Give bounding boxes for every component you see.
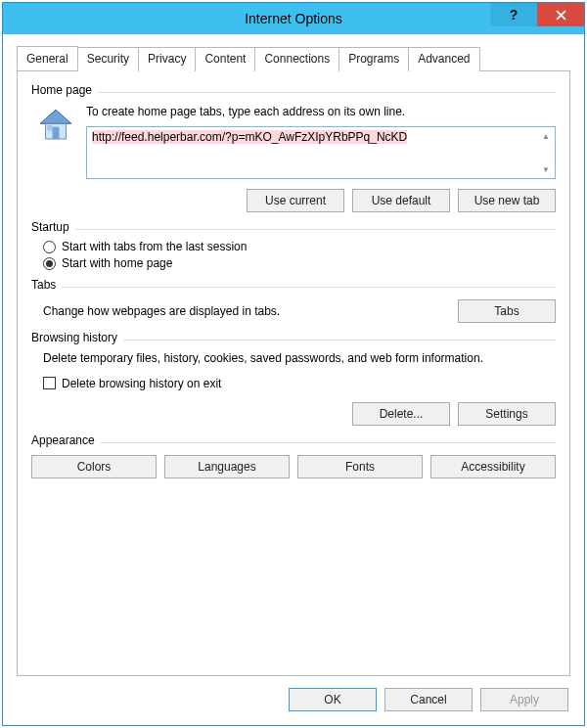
homepage-row: To create home page tabs, type each addr… — [35, 105, 556, 179]
internet-options-dialog: Internet Options ? General Security Priv… — [2, 2, 585, 726]
languages-button[interactable]: Languages — [164, 455, 290, 478]
svg-rect-2 — [53, 127, 60, 139]
divider — [31, 287, 556, 288]
use-new-tab-button[interactable]: Use new tab — [458, 189, 556, 212]
dialog-content: General Security Privacy Content Connect… — [3, 34, 584, 676]
colors-button[interactable]: Colors — [31, 455, 157, 478]
scroll-up-icon[interactable] — [539, 129, 553, 143]
homepage-value: http://feed.helperbar.com/?p=mKO_AwFzXIp… — [92, 130, 407, 144]
history-legend: Browsing history — [31, 331, 123, 344]
radio-icon — [43, 241, 56, 253]
delete-on-exit-checkbox[interactable]: Delete browsing history on exit — [43, 377, 556, 390]
homepage-input[interactable]: http://feed.helperbar.com/?p=mKO_AwFzXIp… — [86, 126, 556, 179]
ok-button[interactable]: OK — [289, 688, 377, 711]
tabs-section: Tabs — [31, 278, 556, 292]
close-button[interactable] — [537, 3, 584, 26]
radio-icon-checked — [43, 257, 56, 270]
delete-button[interactable]: Delete... — [352, 402, 450, 426]
checkbox-icon — [43, 377, 56, 389]
tabs-desc: Change how webpages are displayed in tab… — [43, 304, 448, 318]
window-title: Internet Options — [245, 11, 342, 26]
tab-connections[interactable]: Connections — [254, 47, 339, 71]
startup-home-radio[interactable]: Start with home page — [43, 256, 556, 270]
divider — [31, 92, 556, 93]
startup-legend: Startup — [31, 220, 75, 234]
cancel-button[interactable]: Cancel — [384, 688, 473, 711]
tab-programs[interactable]: Programs — [339, 47, 409, 71]
close-icon — [556, 10, 566, 21]
home-icon — [35, 105, 76, 146]
divider — [31, 442, 556, 443]
startup-last-label: Start with tabs from the last session — [62, 240, 247, 253]
delete-on-exit-label: Delete browsing history on exit — [62, 377, 221, 390]
svg-rect-3 — [47, 125, 52, 130]
help-button[interactable]: ? — [490, 3, 537, 26]
history-desc: Delete temporary files, history, cookies… — [43, 350, 556, 367]
homepage-buttons: Use current Use default Use new tab — [35, 189, 556, 212]
startup-home-label: Start with home page — [62, 256, 172, 270]
tabstrip: General Security Privacy Content Connect… — [17, 46, 570, 71]
homepage-legend: Home page — [31, 83, 98, 97]
scroll-down-icon[interactable] — [539, 162, 553, 176]
homepage-desc: To create home page tabs, type each addr… — [86, 105, 556, 118]
titlebar: Internet Options ? — [3, 3, 584, 34]
startup-last-session-radio[interactable]: Start with tabs from the last session — [43, 240, 556, 253]
fonts-button[interactable]: Fonts — [297, 455, 423, 478]
accessibility-button[interactable]: Accessibility — [430, 455, 556, 478]
dialog-footer: OK Cancel Apply — [3, 676, 584, 725]
general-panel: Home page To create home page tabs, t — [17, 71, 570, 676]
homepage-section: Home page — [31, 83, 556, 97]
appearance-section: Appearance — [31, 433, 556, 447]
history-section: Browsing history — [31, 331, 556, 344]
homepage-scrollbar[interactable] — [539, 129, 553, 176]
title-buttons: ? — [490, 3, 584, 26]
tabs-legend: Tabs — [31, 278, 62, 292]
startup-section: Startup — [31, 220, 556, 234]
tab-content[interactable]: Content — [195, 47, 255, 71]
svg-marker-1 — [40, 110, 71, 123]
tab-security[interactable]: Security — [77, 47, 139, 71]
tab-general[interactable]: General — [17, 46, 78, 70]
tabs-button[interactable]: Tabs — [458, 299, 556, 323]
divider — [31, 229, 556, 230]
use-default-button[interactable]: Use default — [352, 189, 450, 212]
appearance-legend: Appearance — [31, 433, 101, 447]
tab-advanced[interactable]: Advanced — [408, 47, 479, 71]
settings-button[interactable]: Settings — [458, 402, 556, 426]
tab-privacy[interactable]: Privacy — [138, 47, 196, 71]
use-current-button[interactable]: Use current — [247, 189, 344, 212]
apply-button[interactable]: Apply — [480, 688, 568, 711]
